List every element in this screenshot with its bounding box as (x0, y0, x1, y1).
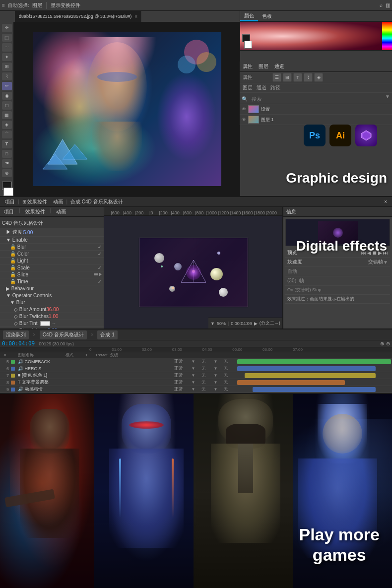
ps-workspace-icon[interactable]: ▥ (386, 2, 390, 8)
ps-layers-tab[interactable]: 图层 (256, 62, 271, 71)
ps-tool-shape[interactable]: □ (2, 150, 12, 158)
ps-tool-eraser[interactable]: ◻ (2, 101, 12, 110)
ps-layer-label[interactable]: 图层 (32, 2, 42, 9)
tl-t-8: ▼ (192, 380, 201, 385)
ps-tool-crop[interactable]: ⊞ (2, 63, 12, 71)
tl-timecode-display: 0:00:04:09 (2, 340, 35, 347)
c4d-effects-panel: 项目 | 效果控件 | 动画 C4D 音乐风格设计 ▶ 速度 5.00 ▼ En… (0, 207, 104, 328)
c4d-right-tabs[interactable]: 信息 (283, 207, 392, 216)
timeline-tab-comp[interactable]: 合成 1 (97, 330, 117, 339)
ps-tool-blur[interactable]: ◈ (2, 121, 12, 129)
tl-bar-5 (237, 359, 392, 364)
ps-active-tab[interactable]: d8abf157882315.59e76a9285752.jpg @ 33.3%… (15, 11, 142, 22)
ps-background-color[interactable] (3, 188, 13, 196)
c4d-tree-blur: 🔒 Blur ✓ (0, 244, 104, 251)
ps-tool-eyedropper[interactable]: ⌇ (2, 72, 12, 81)
ps-icon-1[interactable]: ☰ (272, 73, 281, 82)
ps-tool-select[interactable]: ⬚ (2, 34, 12, 42)
ps-tool-move[interactable]: ✛ (2, 24, 12, 32)
ps-properties-section: 属性 图层 通道 属性 ☰ ⊞ T ⌇ ◈ 图层 通道 路径 (240, 62, 392, 125)
tl-controls[interactable]: ⊕ ⊖ (380, 341, 390, 346)
c4d-right-tab1[interactable]: 信息 (286, 208, 296, 215)
ps-color-tab[interactable]: 颜色 (240, 11, 258, 21)
c4d-field-auto: 自动 (285, 267, 390, 276)
ps-tool-lasso[interactable]: ⋯ (2, 43, 12, 52)
c4d-viewer-label[interactable]: 合成 C4D 音乐风格设计 (67, 198, 126, 205)
ps-transform-control[interactable]: 显示变换控件 (51, 2, 80, 9)
c4d-menu-animate[interactable]: 动画 (50, 198, 66, 205)
photoshop-icon[interactable]: Ps (304, 125, 326, 146)
tl-parent-5: ▼ (214, 359, 224, 364)
ps-tool-stamp[interactable]: ◉ (2, 92, 12, 100)
neck-area (92, 122, 142, 171)
ps-tab-bar[interactable]: d8abf157882315.59e76a9285752.jpg @ 33.3%… (15, 11, 142, 22)
timeline-tab-bar[interactable]: 渲染队列 × C4D 音乐风格设计 × 合成 1 (0, 329, 392, 340)
c4d-tab-animate-2[interactable]: 动画 (52, 207, 70, 216)
c4d-tab-project[interactable]: 项目 (0, 207, 18, 216)
color-hue-bar[interactable] (382, 22, 392, 51)
ps-layer-visibility-2[interactable]: 👁 (242, 117, 246, 122)
ps-tool-zoom[interactable]: ⊕ (2, 169, 12, 178)
c4d-behaviour-label: ▶ Behaviour (6, 286, 34, 291)
c4d-left-header[interactable]: 项目 | 效果控件 | 动画 (0, 207, 104, 217)
c4d-viewer-bottom-controls[interactable]: ▼ 50% | 0:00:04:09 ▶ (分之二～) 活动摄像机 1个视图 (208, 318, 283, 328)
ps-tool-brush[interactable]: ✏ (2, 82, 12, 90)
ps-swatches-tab[interactable]: 色板 (258, 11, 276, 21)
c4d-menu-objects[interactable]: ⊞ 效果控件 (19, 198, 51, 205)
ps-tool-hand[interactable]: ☚ (2, 159, 12, 168)
ps-tool-pen[interactable]: ⌒ (2, 131, 12, 139)
ps-top-toolbar[interactable]: ≡ 自动选择: 图层 显示变换控件 ⌕ ▥ (0, 0, 392, 11)
c4d-speed-label: ▶ 速度 (6, 229, 22, 236)
tl-layer-5: 5 🔊 COMEBACK 正常 ▼ 无 ▼ 无 (0, 358, 392, 365)
tl-trk-6: 无 (201, 366, 214, 371)
ps-icon-4[interactable]: ⌇ (304, 73, 313, 82)
bg-color-swatch[interactable] (244, 41, 252, 49)
tl-zoom-in[interactable]: ⊕ (380, 341, 384, 346)
ps-layer-row-2[interactable]: 👁 图层 1 (240, 115, 392, 125)
vc-zoom[interactable]: ▼ (210, 321, 215, 326)
c4d-fps-arrow[interactable]: ▼ (383, 260, 388, 265)
timeline-tab-render[interactable]: 渲染队列 (3, 330, 29, 339)
c4d-tab-effects-ctrl[interactable]: 效果控件 (21, 207, 49, 216)
c4d-tab-close[interactable]: × (381, 199, 390, 204)
illustrator-icon[interactable]: Ai (329, 125, 351, 146)
char2-accent-1 (119, 458, 121, 518)
vc-play[interactable]: ▶ (254, 321, 258, 326)
ps-tool-wand[interactable]: ✦ (2, 53, 12, 62)
c4d-tree-scale: 🔒 Scale ✓ (0, 264, 104, 271)
ps-tab-close[interactable]: × (134, 14, 137, 19)
ps-tool-gradient[interactable]: ▦ (2, 111, 12, 120)
ps-layer-row-1[interactable]: 👁 设置 (240, 104, 392, 115)
third-app-icon[interactable] (355, 125, 377, 146)
tl-bar-7 (237, 373, 392, 378)
c4d-menu-project[interactable]: 项目 (2, 198, 18, 205)
ruler-num-1: |400 (121, 210, 133, 215)
c4d-tree-behaviour: ▶ Behaviour (0, 285, 104, 292)
c4d-blur-tint-swatch[interactable] (40, 321, 50, 326)
tl-tick-6: 06:00 (262, 347, 272, 352)
ps-icon-2[interactable]: ⊞ (283, 73, 292, 82)
svg-point-4 (196, 52, 216, 72)
c4d-speed-value: 5.00 (23, 230, 33, 235)
tl-zoom-out[interactable]: ⊖ (386, 341, 390, 346)
ps-tool-text[interactable]: T (2, 140, 12, 148)
ps-menu-file[interactable]: ≡ (2, 2, 5, 8)
ps-property-tabs[interactable]: 属性 图层 通道 (240, 62, 392, 72)
ps-panel-tabs[interactable]: 颜色 色板 (240, 11, 392, 22)
ps-channels-tab[interactable]: 通道 (271, 62, 287, 71)
ps-search-row[interactable]: 🔍 搜索 ▼ (240, 93, 392, 104)
timeline-header[interactable]: 0:00:04:09 00129 (30.00 fps) ⊕ ⊖ (0, 340, 392, 347)
particle-2 (172, 287, 174, 289)
timeline-tab-c4d[interactable]: C4D 音乐风格设计 (40, 330, 87, 339)
ps-prop-label-4: 路径 (270, 84, 280, 91)
ps-icon-3[interactable]: T (293, 73, 302, 82)
ps-attributes-tab[interactable]: 属性 (240, 62, 256, 71)
sphere-3 (210, 268, 223, 280)
c4d-top-menubar[interactable]: 项目 | ⊞ 效果控件 动画 | 合成 C4D 音乐风格设计 × (0, 197, 392, 207)
ps-icon-5[interactable]: ◈ (314, 73, 323, 82)
ps-layer-visibility[interactable]: 👁 (242, 107, 246, 112)
ps-search-icon[interactable]: ⌕ (380, 2, 383, 8)
tl-seg-5 (237, 359, 392, 364)
c4d-time-check: ✓ (98, 279, 102, 284)
c4d-tree-color: 🔒 Color ✓ (0, 251, 104, 258)
